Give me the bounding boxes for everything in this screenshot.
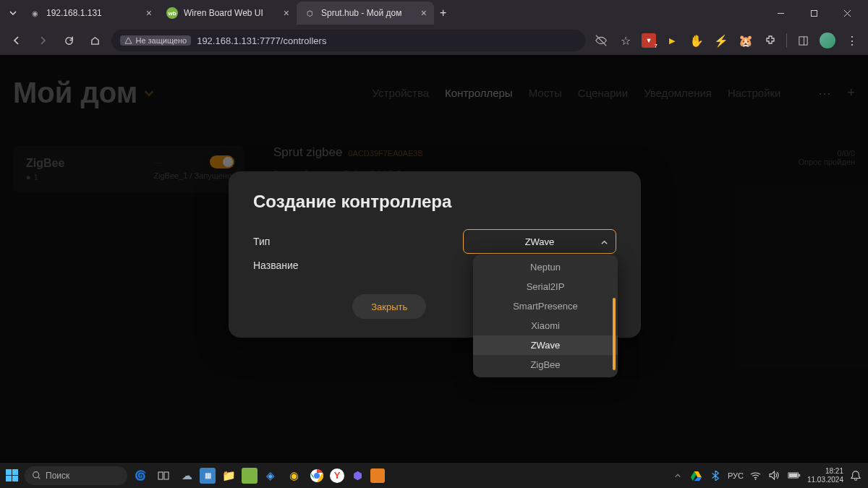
maximize-button[interactable] [797,0,830,26]
dropdown-option[interactable]: Neptun [473,257,618,277]
tb-drive-icon[interactable] [690,466,703,486]
tb-chrome-icon[interactable] [307,466,327,486]
extensions-icon[interactable] [762,32,779,49]
tb-yandex-icon[interactable]: Y [330,468,344,483]
chevron-up-icon [600,236,608,247]
home-button[interactable] [85,30,104,51]
svg-point-2 [33,472,39,478]
ext-icon-shield[interactable]: ▼7 [642,33,656,48]
dropdown-option[interactable]: SmartPresence [473,296,618,316]
nav-bar: Не защищено 192.168.1.131:7777/controlle… [0,26,868,55]
dropdown-option[interactable]: Serial2IP [473,277,618,296]
new-tab-button[interactable]: + [434,7,452,20]
tb-bluetooth-icon[interactable] [709,466,722,486]
tb-explorer-icon[interactable]: 📁 [218,466,239,486]
tb-battery-icon[interactable] [787,466,801,486]
tab-list-dropdown[interactable] [4,4,22,22]
tb-app3-icon[interactable] [370,468,385,483]
tb-notification-icon[interactable] [849,466,862,486]
tab-title: 192.168.1.131 [46,8,140,18]
url-text: 192.168.1.131:7777/controllers [197,35,326,46]
close-button[interactable]: Закрыть [352,294,426,319]
close-icon[interactable]: × [284,8,289,18]
select-value: ZWave [525,236,555,247]
name-label: Название [253,260,463,271]
svg-rect-9 [789,474,798,477]
type-select[interactable]: ZWave [463,229,616,254]
ext-icon-cat[interactable]: 🐹 [737,32,754,49]
tb-lang[interactable]: РУС [728,471,744,480]
address-bar[interactable]: Не защищено 192.168.1.131:7777/controlle… [111,30,585,51]
back-button[interactable] [7,30,26,51]
tb-app2-icon[interactable]: ⬢ [347,466,367,486]
forward-button[interactable] [33,30,52,51]
reload-button[interactable] [59,30,78,51]
insecure-badge: Не защищено [120,35,191,46]
browser-tab-active[interactable]: ⬡ Sprut.hub - Мой дом × [297,1,434,25]
close-icon[interactable]: × [421,8,427,18]
minimize-button[interactable] [764,0,797,26]
sprut-favicon: ⬡ [304,7,315,19]
svg-rect-4 [164,472,169,479]
svg-rect-3 [158,472,163,479]
tb-weather-icon[interactable]: ☁ [176,466,197,486]
taskbar-search[interactable]: Поиск [25,466,127,485]
wb-favicon: wb [166,7,178,19]
dropdown-option-selected[interactable]: ZWave [473,335,618,355]
modal-title: Создание контроллера [253,192,616,212]
type-dropdown: Neptun Serial2IP SmartPresence Xiaomi ZW… [473,254,618,377]
eye-off-icon[interactable] [592,32,610,49]
svg-rect-10 [799,474,800,477]
ext-icon-bolt[interactable]: ⚡ [712,32,730,49]
browser-menu-icon[interactable]: ⋮ [843,32,861,49]
tb-wifi-icon[interactable] [749,466,762,486]
browser-tab[interactable]: ◉ 192.168.1.131 × [22,1,159,25]
profile-avatar[interactable] [819,32,836,49]
tb-volume-icon[interactable] [768,466,781,486]
globe-icon: ◉ [29,7,41,19]
dropdown-scrollbar[interactable] [613,298,616,370]
tb-app-icon[interactable] [242,468,258,484]
tb-calc-icon[interactable]: ▦ [200,468,216,484]
dropdown-option[interactable]: ZigBee [473,355,618,374]
ext-icon-play[interactable]: ▶ [663,32,681,49]
start-button[interactable] [6,469,19,482]
close-icon[interactable]: × [146,8,152,18]
side-panel-icon[interactable] [794,32,812,49]
close-window-button[interactable] [830,0,864,26]
tab-bar: ◉ 192.168.1.131 × wb Wiren Board Web UI … [0,0,868,26]
tb-clock[interactable]: 18:21 11.03.2024 [807,467,843,484]
svg-rect-0 [811,10,817,16]
dropdown-option[interactable]: Xiaomi [473,316,618,335]
tb-tray-up-icon[interactable] [671,466,684,486]
ext-icon-hand[interactable]: ✋ [688,32,705,49]
svg-rect-1 [799,36,807,44]
svg-point-6 [314,473,320,479]
tb-sketchup-icon[interactable]: ◈ [260,466,281,486]
bookmark-star-icon[interactable]: ☆ [617,32,634,49]
browser-tab[interactable]: wb Wiren Board Web UI × [159,1,297,25]
svg-point-7 [755,478,757,479]
type-label: Тип [253,236,463,247]
windows-taskbar: Поиск 🌀 ☁ ▦ 📁 ◈ ◉ Y ⬢ РУС 18:2 [0,462,868,488]
tab-title: Sprut.hub - Мой дом [321,8,415,18]
tab-title: Wiren Board Web UI [184,8,278,18]
tb-copilot-icon[interactable]: 🌀 [130,466,150,486]
search-placeholder: Поиск [46,471,69,481]
tb-taskview-icon[interactable] [153,466,174,486]
tb-opera-icon[interactable]: ◉ [284,466,304,486]
